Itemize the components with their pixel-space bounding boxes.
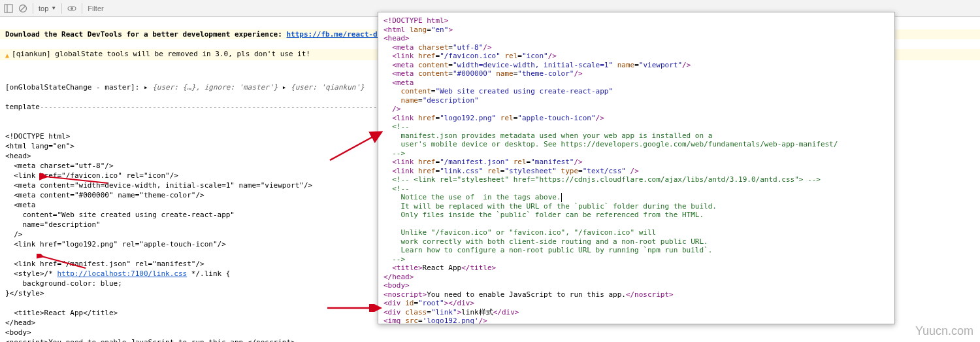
- context-dropdown[interactable]: top ▼: [39, 5, 56, 12]
- toggle-drawer-icon[interactable]: [4, 4, 13, 13]
- toolbar-separator: [33, 3, 33, 14]
- toolbar-separator: [82, 3, 82, 14]
- filter-input[interactable]: [88, 5, 976, 12]
- svg-rect-0: [5, 5, 12, 12]
- link-css-url[interactable]: http://localhost:7100/link.css: [57, 269, 187, 278]
- live-expression-icon[interactable]: [67, 4, 76, 13]
- warning-icon: ▲: [5, 49, 9, 60]
- svg-line-3: [20, 6, 25, 11]
- watermark: Yuucn.com: [915, 324, 973, 338]
- source-popup: <!DOCTYPE html> <html lang="en"> <head> …: [378, 12, 895, 324]
- svg-point-5: [71, 7, 73, 10]
- toolbar-separator: [61, 3, 62, 14]
- clear-console-icon[interactable]: [18, 4, 27, 13]
